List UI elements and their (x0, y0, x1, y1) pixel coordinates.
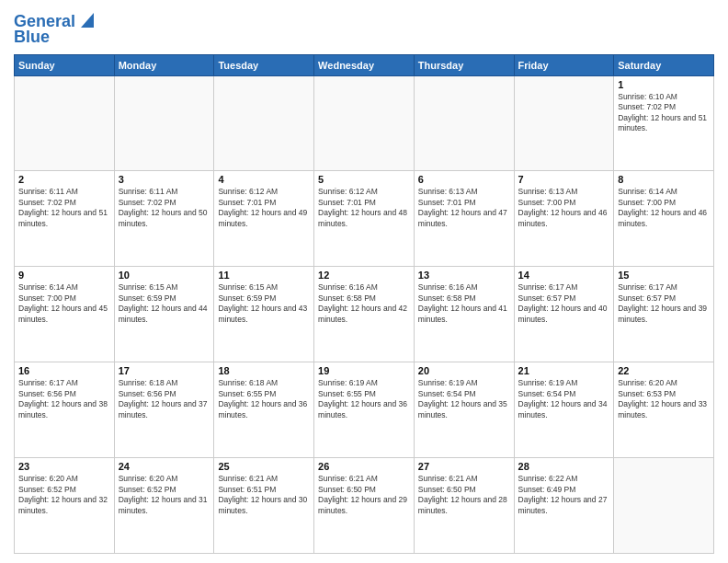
weekday-tuesday: Tuesday (214, 54, 314, 75)
day-info: Sunrise: 6:21 AM Sunset: 6:50 PM Dayligh… (418, 474, 510, 516)
day-cell: 3Sunrise: 6:11 AM Sunset: 7:02 PM Daylig… (114, 171, 214, 267)
day-number: 28 (518, 461, 610, 472)
day-number: 3 (119, 174, 210, 185)
day-number: 11 (218, 270, 310, 281)
day-info: Sunrise: 6:16 AM Sunset: 6:58 PM Dayligh… (318, 282, 410, 325)
day-cell: 18Sunrise: 6:18 AM Sunset: 6:55 PM Dayli… (214, 362, 314, 458)
day-number: 22 (618, 365, 710, 376)
day-info: Sunrise: 6:12 AM Sunset: 7:01 PM Dayligh… (318, 187, 410, 229)
day-number: 21 (518, 365, 610, 376)
day-cell: 6Sunrise: 6:13 AM Sunset: 7:01 PM Daylig… (414, 171, 514, 267)
day-cell (414, 75, 514, 171)
week-row-3: 16Sunrise: 6:17 AM Sunset: 6:56 PM Dayli… (15, 362, 714, 458)
day-info: Sunrise: 6:11 AM Sunset: 7:02 PM Dayligh… (119, 187, 210, 229)
day-info: Sunrise: 6:17 AM Sunset: 6:57 PM Dayligh… (518, 282, 610, 325)
day-info: Sunrise: 6:13 AM Sunset: 7:01 PM Dayligh… (418, 187, 510, 229)
day-info: Sunrise: 6:19 AM Sunset: 6:54 PM Dayligh… (518, 378, 610, 420)
day-number: 26 (318, 461, 410, 472)
week-row-1: 2Sunrise: 6:11 AM Sunset: 7:02 PM Daylig… (15, 171, 714, 267)
day-info: Sunrise: 6:17 AM Sunset: 6:56 PM Dayligh… (18, 378, 110, 420)
weekday-saturday: Saturday (614, 54, 714, 75)
day-info: Sunrise: 6:19 AM Sunset: 6:54 PM Dayligh… (418, 378, 510, 420)
day-info: Sunrise: 6:20 AM Sunset: 6:52 PM Dayligh… (119, 474, 210, 516)
week-row-4: 23Sunrise: 6:20 AM Sunset: 6:52 PM Dayli… (15, 458, 714, 554)
day-cell: 24Sunrise: 6:20 AM Sunset: 6:52 PM Dayli… (114, 458, 214, 554)
svg-marker-0 (81, 13, 94, 28)
day-cell: 26Sunrise: 6:21 AM Sunset: 6:50 PM Dayli… (314, 458, 415, 554)
day-number: 12 (318, 270, 410, 281)
day-number: 24 (119, 461, 210, 472)
day-number: 14 (518, 270, 610, 281)
day-info: Sunrise: 6:10 AM Sunset: 7:02 PM Dayligh… (618, 92, 710, 134)
day-number: 13 (418, 270, 510, 281)
day-cell (514, 75, 614, 171)
day-info: Sunrise: 6:18 AM Sunset: 6:55 PM Dayligh… (218, 378, 310, 420)
day-number: 8 (618, 174, 710, 185)
day-cell: 15Sunrise: 6:17 AM Sunset: 6:57 PM Dayli… (614, 267, 714, 362)
weekday-monday: Monday (114, 54, 214, 75)
day-cell: 11Sunrise: 6:15 AM Sunset: 6:59 PM Dayli… (214, 267, 314, 362)
day-cell (314, 75, 415, 171)
day-cell: 20Sunrise: 6:19 AM Sunset: 6:54 PM Dayli… (414, 362, 514, 458)
day-info: Sunrise: 6:14 AM Sunset: 7:00 PM Dayligh… (618, 187, 710, 229)
day-number: 27 (418, 461, 510, 472)
day-cell: 14Sunrise: 6:17 AM Sunset: 6:57 PM Dayli… (514, 267, 614, 362)
weekday-sunday: Sunday (15, 54, 115, 75)
day-number: 10 (119, 270, 210, 281)
day-cell: 1Sunrise: 6:10 AM Sunset: 7:02 PM Daylig… (614, 75, 714, 171)
day-cell: 27Sunrise: 6:21 AM Sunset: 6:50 PM Dayli… (414, 458, 514, 554)
day-cell: 5Sunrise: 6:12 AM Sunset: 7:01 PM Daylig… (314, 171, 415, 267)
day-number: 20 (418, 365, 510, 376)
day-cell: 25Sunrise: 6:21 AM Sunset: 6:51 PM Dayli… (214, 458, 314, 554)
day-cell: 2Sunrise: 6:11 AM Sunset: 7:02 PM Daylig… (15, 171, 115, 267)
day-cell (114, 75, 214, 171)
page: General Blue SundayMondayTuesdayWednesda… (0, 0, 728, 563)
day-number: 7 (518, 174, 610, 185)
day-info: Sunrise: 6:13 AM Sunset: 7:00 PM Dayligh… (518, 187, 610, 229)
day-cell: 19Sunrise: 6:19 AM Sunset: 6:55 PM Dayli… (314, 362, 415, 458)
day-number: 15 (618, 270, 710, 281)
day-number: 6 (418, 174, 510, 185)
day-info: Sunrise: 6:21 AM Sunset: 6:50 PM Dayligh… (318, 474, 410, 516)
day-cell: 4Sunrise: 6:12 AM Sunset: 7:01 PM Daylig… (214, 171, 314, 267)
week-row-2: 9Sunrise: 6:14 AM Sunset: 7:00 PM Daylig… (15, 267, 714, 362)
weekday-friday: Friday (514, 54, 614, 75)
week-row-0: 1Sunrise: 6:10 AM Sunset: 7:02 PM Daylig… (15, 75, 714, 171)
day-info: Sunrise: 6:15 AM Sunset: 6:59 PM Dayligh… (218, 282, 310, 325)
header: General Blue (14, 9, 714, 47)
weekday-header-row: SundayMondayTuesdayWednesdayThursdayFrid… (15, 54, 714, 75)
day-info: Sunrise: 6:20 AM Sunset: 6:53 PM Dayligh… (618, 378, 710, 420)
day-number: 18 (218, 365, 310, 376)
calendar-table: SundayMondayTuesdayWednesdayThursdayFrid… (14, 54, 714, 554)
day-number: 5 (318, 174, 410, 185)
day-number: 16 (18, 365, 110, 376)
day-number: 25 (218, 461, 310, 472)
day-info: Sunrise: 6:18 AM Sunset: 6:56 PM Dayligh… (119, 378, 210, 420)
day-number: 1 (618, 79, 710, 90)
day-cell: 10Sunrise: 6:15 AM Sunset: 6:59 PM Dayli… (114, 267, 214, 362)
day-number: 19 (318, 365, 410, 376)
day-number: 2 (18, 174, 110, 185)
day-info: Sunrise: 6:17 AM Sunset: 6:57 PM Dayligh… (618, 282, 710, 325)
day-info: Sunrise: 6:20 AM Sunset: 6:52 PM Dayligh… (18, 474, 110, 516)
day-cell: 8Sunrise: 6:14 AM Sunset: 7:00 PM Daylig… (614, 171, 714, 267)
day-number: 4 (218, 174, 310, 185)
logo-triangle-icon (77, 13, 94, 29)
day-info: Sunrise: 6:14 AM Sunset: 7:00 PM Dayligh… (18, 282, 110, 325)
day-cell: 9Sunrise: 6:14 AM Sunset: 7:00 PM Daylig… (15, 267, 115, 362)
day-number: 17 (119, 365, 210, 376)
day-info: Sunrise: 6:21 AM Sunset: 6:51 PM Dayligh… (218, 474, 310, 516)
day-cell: 12Sunrise: 6:16 AM Sunset: 6:58 PM Dayli… (314, 267, 415, 362)
day-info: Sunrise: 6:19 AM Sunset: 6:55 PM Dayligh… (318, 378, 410, 420)
day-cell: 28Sunrise: 6:22 AM Sunset: 6:49 PM Dayli… (514, 458, 614, 554)
weekday-thursday: Thursday (414, 54, 514, 75)
day-number: 23 (18, 461, 110, 472)
day-cell (15, 75, 115, 171)
day-cell: 21Sunrise: 6:19 AM Sunset: 6:54 PM Dayli… (514, 362, 614, 458)
day-info: Sunrise: 6:16 AM Sunset: 6:58 PM Dayligh… (418, 282, 510, 325)
day-cell: 16Sunrise: 6:17 AM Sunset: 6:56 PM Dayli… (15, 362, 115, 458)
day-cell: 17Sunrise: 6:18 AM Sunset: 6:56 PM Dayli… (114, 362, 214, 458)
day-cell (214, 75, 314, 171)
day-number: 9 (18, 270, 110, 281)
logo: General Blue (14, 13, 94, 47)
